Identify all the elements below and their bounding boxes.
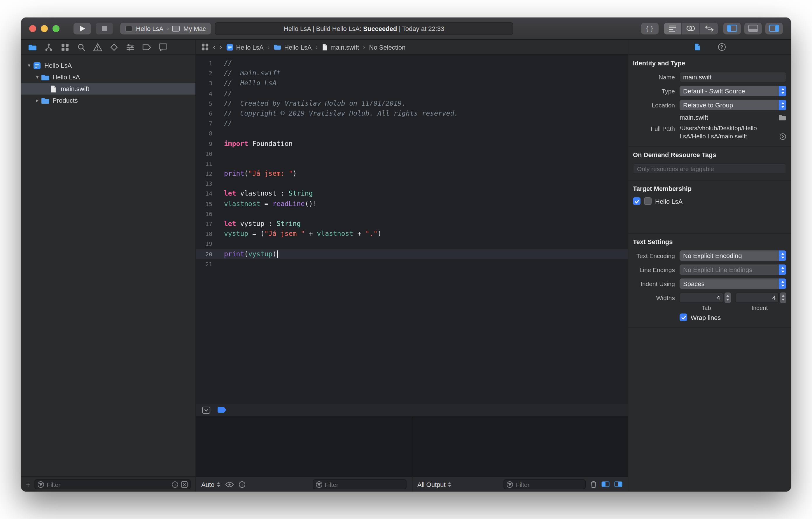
code-line[interactable]: 13 [196, 179, 628, 189]
code-line[interactable]: 20print(vystup) [196, 249, 628, 259]
disclosure-triangle-icon[interactable]: ▾ [26, 62, 33, 68]
console-view[interactable] [412, 417, 628, 476]
quick-help-inspector-tab[interactable]: ? [718, 43, 725, 51]
code-line[interactable]: 6// Copyright © 2019 Vratislav Holub. Al… [196, 109, 628, 118]
back-button[interactable]: ‹ [213, 43, 215, 51]
code-line[interactable]: 3// Hello LsA [196, 79, 628, 88]
code-line[interactable]: 19 [196, 239, 628, 249]
tab-width-field[interactable] [679, 293, 723, 303]
recent-files-clock-icon[interactable] [172, 481, 178, 488]
choose-folder-icon[interactable] [778, 114, 786, 120]
code-line[interactable]: 17let vystup : String [196, 219, 628, 229]
toggle-debug-area-button[interactable] [744, 23, 762, 34]
name-field[interactable] [679, 72, 786, 82]
library-button[interactable]: { } [641, 23, 659, 34]
zoom-window-button[interactable] [53, 25, 59, 32]
target-checkbox[interactable] [633, 198, 640, 205]
console-filter-field[interactable] [504, 479, 586, 489]
tree-row-group[interactable]: ▾ Hello LsA [21, 71, 196, 83]
code-line[interactable]: 16 [196, 209, 628, 219]
info-icon[interactable] [238, 481, 245, 488]
clear-console-trash-icon[interactable] [590, 481, 597, 488]
debug-navigator-icon[interactable] [126, 43, 135, 51]
filter-input[interactable] [47, 481, 169, 488]
code-line[interactable]: 21 [196, 259, 628, 269]
code-line[interactable]: 12print("Já jsem: ") [196, 169, 628, 179]
related-items-icon[interactable] [201, 43, 209, 51]
code-line[interactable]: 7// [196, 118, 628, 129]
add-button[interactable]: + [26, 480, 30, 488]
assistant-editor-button[interactable] [682, 23, 700, 34]
code-line[interactable]: 2// main.swift [196, 68, 628, 78]
test-navigator-icon[interactable] [110, 43, 118, 51]
text-encoding-popup[interactable]: No Explicit Encoding [679, 251, 786, 261]
toggle-navigator-button[interactable] [723, 23, 741, 34]
breakpoint-navigator-icon[interactable] [142, 43, 151, 51]
type-popup[interactable]: Default - Swift Source [679, 86, 786, 96]
breakpoints-toggle-icon[interactable] [218, 407, 226, 413]
tab-width-input[interactable] [680, 295, 722, 302]
navigator-filter-field[interactable] [34, 479, 191, 489]
indent-width-stepper[interactable] [780, 293, 786, 303]
variables-filter-field[interactable] [312, 479, 406, 489]
indent-width-input[interactable] [736, 295, 778, 302]
show-variables-view-button[interactable] [602, 481, 610, 488]
wrap-lines-row[interactable]: Wrap lines [679, 314, 786, 321]
code-line[interactable]: 11 [196, 159, 628, 169]
wrap-lines-checkbox[interactable] [679, 314, 687, 321]
run-button[interactable] [74, 23, 91, 34]
close-window-button[interactable] [29, 25, 36, 32]
variables-scope-popup[interactable]: Auto [201, 481, 220, 488]
source-control-navigator-icon[interactable] [44, 43, 53, 51]
breadcrumb-file[interactable]: main.swift [322, 44, 359, 51]
name-input[interactable] [683, 74, 783, 81]
disclosure-triangle-icon[interactable]: ▸ [34, 98, 41, 103]
line-endings-popup[interactable]: No Explicit Line Endings [679, 265, 786, 275]
show-console-view-button[interactable] [614, 481, 622, 488]
code-line[interactable]: 5// Created by Vratislav Holub on 11/01/… [196, 99, 628, 109]
file-inspector-tab[interactable] [694, 43, 700, 51]
resource-tags-field[interactable]: Only resources are taggable [633, 164, 786, 174]
target-membership-row[interactable]: Hello LsA [633, 198, 786, 205]
code-line[interactable]: 14let vlastnost : String [196, 189, 628, 199]
breadcrumb-project[interactable]: Hello LsA [226, 44, 263, 51]
version-editor-button[interactable] [700, 23, 718, 34]
find-navigator-icon[interactable] [77, 43, 86, 51]
quicklook-eye-icon[interactable] [225, 481, 234, 487]
hide-debug-area-button[interactable] [202, 406, 210, 414]
source-editor[interactable]: 1//2// main.swift3// Hello LsA4//5// Cre… [196, 55, 628, 403]
toggle-inspector-button[interactable] [765, 23, 783, 34]
code-line[interactable]: 18vystup = ("Já jsem " + vlastnost + "."… [196, 229, 628, 239]
code-line[interactable]: 8 [196, 129, 628, 139]
project-navigator-icon[interactable] [28, 43, 37, 51]
report-navigator-icon[interactable] [159, 43, 167, 51]
code-line[interactable]: 9import Foundation [196, 139, 628, 148]
code-line[interactable]: 15vlastnost = readLine()! [196, 199, 628, 209]
forward-button[interactable]: › [220, 43, 222, 51]
indent-width-field[interactable] [735, 293, 779, 303]
location-popup[interactable]: Relative to Group [679, 100, 786, 110]
issue-navigator-icon[interactable] [93, 43, 102, 51]
console-output-popup[interactable]: All Output [417, 481, 452, 488]
reveal-in-finder-icon[interactable] [779, 133, 786, 140]
tree-row-project[interactable]: ▾ Hello LsA [21, 59, 196, 71]
console-filter-input[interactable] [516, 481, 583, 488]
breadcrumb-group[interactable]: Hello LsA [273, 44, 312, 51]
tree-row-main-swift[interactable]: main.swift [21, 83, 196, 94]
code-line[interactable]: 1// [196, 58, 628, 68]
scheme-selector[interactable]: Hello LsA › My Mac [120, 23, 211, 34]
code-line[interactable]: 4// [196, 88, 628, 99]
activity-viewer[interactable]: Hello LsA | Build Hello LsA: Succeeded |… [215, 22, 513, 35]
tree-row-products[interactable]: ▸ Products [21, 94, 196, 106]
tab-width-stepper[interactable] [724, 293, 731, 303]
source-control-status-icon[interactable] [181, 481, 188, 488]
breadcrumb-selection[interactable]: No Selection [369, 44, 406, 51]
minimize-window-button[interactable] [41, 25, 48, 32]
disclosure-triangle-icon[interactable]: ▾ [34, 74, 41, 80]
standard-editor-button[interactable] [664, 23, 682, 34]
variables-filter-input[interactable] [325, 481, 403, 488]
variables-view[interactable] [196, 417, 412, 476]
stop-button[interactable] [96, 23, 113, 34]
indent-using-popup[interactable]: Spaces [679, 279, 786, 289]
symbol-navigator-icon[interactable] [61, 43, 69, 51]
